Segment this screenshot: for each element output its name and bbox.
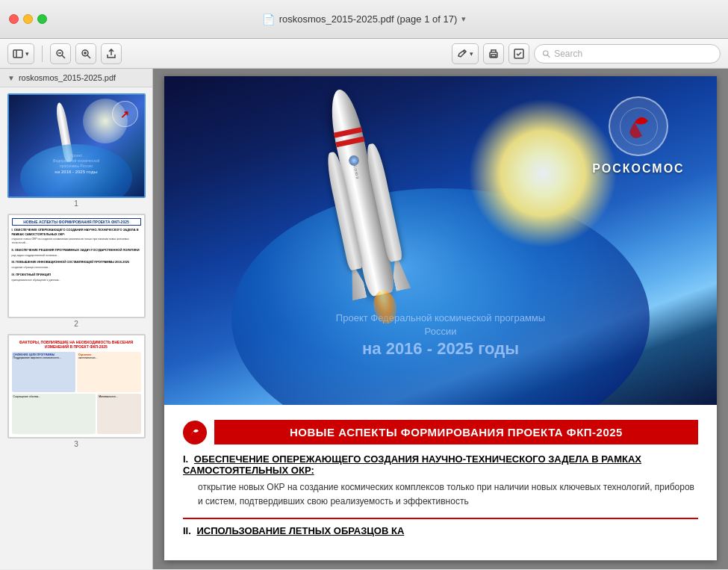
- window-title: 📄 roskosmos_2015-2025.pdf (page 1 of 17)…: [262, 13, 467, 25]
- minimize-button[interactable]: [23, 14, 33, 24]
- page2-section-2: II. ИСПОЛЬЗОВАНИЕ ЛЕТНЫХ ОБРАЗЦОВ КА: [183, 518, 698, 536]
- svg-point-13: [544, 51, 548, 55]
- pdf-page-2: НОВЫЕ АСПЕКТЫ ФОРМИРОВАНИЯ ПРОЕКТА ФКП-2…: [164, 405, 717, 560]
- svg-line-14: [547, 55, 550, 57]
- page2-section-1: I. ОБЕСПЕЧЕНИЕ ОПЕРЕЖАЮЩЕГО СОЗДАНИЯ НАУ…: [183, 453, 698, 509]
- thumbnail-1[interactable]: ↗ Проект Федеральной космической програм…: [7, 93, 146, 208]
- cover-main-title: на 2016 - 2025 годы: [329, 338, 553, 360]
- svg-point-15: [620, 108, 657, 145]
- roscosmos-name: РОСКОСМОС: [592, 162, 684, 176]
- sidebar-chevron-icon: ▼: [7, 74, 15, 82]
- thumb-number-2: 2: [7, 320, 146, 328]
- search-box[interactable]: [534, 44, 721, 63]
- thumb-img-2: НОВЫЕ АСПЕКТЫ ФОРМИРОВАНИЯ ПРОЕКТА ФКП-2…: [7, 214, 146, 318]
- search-input[interactable]: [554, 49, 712, 59]
- title-dropdown-icon[interactable]: ▾: [461, 14, 466, 24]
- sidebar-toggle-dropdown[interactable]: ▾: [25, 50, 29, 58]
- thumb-number-3: 3: [7, 440, 146, 448]
- sidebar-filename: roskosmos_2015-2025.pdf: [19, 73, 116, 82]
- cover-page: СОЮЗ: [164, 76, 717, 405]
- main-area: ▼ roskosmos_2015-2025.pdf ↗: [0, 69, 728, 569]
- pdf-page-1: СОЮЗ: [164, 76, 717, 405]
- page2-header-title: НОВЫЕ АСПЕКТЫ ФОРМИРОВАНИЯ ПРОЕКТА ФКП-2…: [214, 420, 698, 444]
- maximize-button[interactable]: [37, 14, 47, 24]
- thumbnail-2[interactable]: НОВЫЕ АСПЕКТЫ ФОРМИРОВАНИЯ ПРОЕКТА ФКП-2…: [7, 214, 146, 328]
- thumb-number-1: 1: [7, 199, 146, 208]
- annotate-button[interactable]: ▾: [452, 43, 479, 64]
- svg-line-3: [62, 55, 65, 58]
- svg-line-6: [87, 55, 90, 58]
- zoom-out-button[interactable]: [50, 43, 71, 64]
- section-2-numeral: II.: [183, 525, 191, 536]
- share-button[interactable]: [101, 43, 122, 64]
- section-1-title: ОБЕСПЕЧЕНИЕ ОПЕРЕЖАЮЩЕГО СОЗДАНИЯ НАУЧНО…: [183, 453, 641, 476]
- cover-prefix-text: Проект Федеральной космической программы…: [329, 312, 553, 338]
- svg-rect-11: [491, 55, 496, 57]
- sidebar: ▼ roskosmos_2015-2025.pdf ↗: [0, 69, 153, 569]
- cover-text: Проект Федеральной космической программы…: [329, 312, 553, 360]
- section-2-title: ИСПОЛЬЗОВАНИЕ ЛЕТНЫХ ОБРАЗЦОВ КА: [196, 525, 404, 536]
- roscosmos-logo-svg: [618, 106, 659, 147]
- roscosmos-logo-circle: [609, 96, 668, 156]
- toolbar: ▾ ▾: [0, 39, 728, 69]
- thumbnail-3[interactable]: ФАКТОРЫ, ПОВЛИЯВШИЕ НА НЕОБХОДИМОСТЬ ВНЕ…: [7, 334, 146, 448]
- roscosmos-badge: [183, 421, 207, 444]
- zoom-in-button[interactable]: [75, 43, 96, 64]
- section-1-body: открытие новых ОКР на создание космическ…: [183, 480, 698, 509]
- toolbar-right: ▾: [452, 43, 721, 64]
- close-button[interactable]: [9, 14, 19, 24]
- annotate-dropdown[interactable]: ▾: [470, 50, 473, 58]
- svg-rect-0: [13, 50, 22, 58]
- section-1-numeral: I.: [183, 453, 188, 465]
- sidebar-toggle-button[interactable]: ▾: [7, 43, 34, 64]
- thumb-img-1: ↗ Проект Федеральной космической програм…: [7, 93, 146, 198]
- title-bar: 📄 roskosmos_2015-2025.pdf (page 1 of 17)…: [0, 0, 728, 39]
- pdf-content-area[interactable]: СОЮЗ: [153, 69, 728, 569]
- thumbnail-list: ↗ Проект Федеральной космической програм…: [0, 87, 152, 454]
- thumb-img-3: ФАКТОРЫ, ПОВЛИЯВШИЕ НА НЕОБХОДИМОСТЬ ВНЕ…: [7, 334, 146, 439]
- page2-body: НОВЫЕ АСПЕКТЫ ФОРМИРОВАНИЯ ПРОЕКТА ФКП-2…: [164, 405, 717, 560]
- roscosmos-logo-area: РОСКОСМОС: [582, 91, 694, 181]
- print-button[interactable]: [483, 43, 504, 64]
- form-button[interactable]: [508, 43, 529, 64]
- search-icon: [542, 49, 550, 58]
- toolbar-sep-1: [42, 46, 43, 62]
- pdf-icon: 📄: [262, 13, 275, 25]
- title-text: roskosmos_2015-2025.pdf (page 1 of 17): [279, 13, 458, 25]
- window-controls: [9, 14, 47, 24]
- sidebar-header: ▼ roskosmos_2015-2025.pdf: [0, 69, 152, 87]
